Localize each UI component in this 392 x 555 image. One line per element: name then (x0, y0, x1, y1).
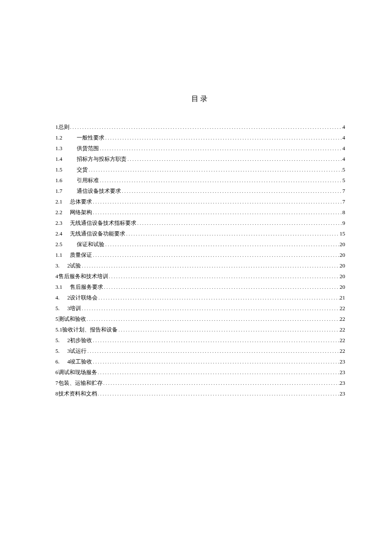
toc-page-number: 4 (343, 156, 346, 162)
toc-text: 质量保证 (70, 252, 92, 258)
toc-number: 2.4 (55, 231, 62, 236)
toc-number: 1总则 (55, 124, 69, 130)
toc-leader-dots (92, 338, 340, 343)
toc-leader-dots (108, 274, 340, 279)
toc-leader-dots (81, 264, 340, 268)
toc-number: 5. (55, 348, 60, 354)
toc-number: 1.4 (55, 156, 62, 162)
toc-entry: 1.3供货范围 4 (55, 145, 345, 151)
toc-page-number: 22 (340, 327, 345, 332)
toc-text: 无线通信设备功能要求 (70, 231, 125, 236)
toc-text: 保证和试验 (77, 241, 104, 247)
toc-entry: 4.2设计联络会21 (55, 295, 345, 300)
toc-page-number: 9 (343, 220, 346, 226)
toc-number: 5. (55, 305, 60, 311)
toc-number: 8技术资料和文档 (55, 391, 97, 396)
toc-page-number: 22 (340, 337, 345, 343)
toc-entry: 1.7 通信设备技术要求 7 (55, 188, 345, 194)
toc-page-number: 23 (340, 359, 345, 364)
toc-entry: 1.2一般性要求 4 (55, 135, 345, 140)
toc-text: 4竣工验收 (67, 359, 92, 364)
toc-leader-dots (127, 157, 342, 162)
toc-number: 1.3 (55, 145, 62, 151)
toc-text: 2设计联络会 (67, 295, 98, 300)
toc-entry: 2.4无线通信设备功能要求15 (55, 231, 345, 236)
toc-entry: 1.1质量保证 20 (55, 252, 345, 258)
toc-entry: 5.3培训22 (55, 305, 345, 311)
toc-page-number: 20 (340, 241, 345, 247)
toc-entry: 5.3试运行22 (55, 348, 345, 354)
toc-page-number: 20 (340, 273, 345, 279)
toc-entry: 1总则 4 (55, 124, 345, 130)
toc-entry: 6调试和现场服务 23 (55, 369, 345, 375)
toc-number: 6调试和现场服务 (55, 369, 97, 375)
toc-leader-dots (104, 136, 342, 140)
toc-leader-dots (136, 221, 342, 226)
toc-entry: 5.2初步验收22 (55, 337, 345, 343)
toc-text: 一般性要求 (77, 135, 104, 140)
toc-entry: 3.1售后服务要求 20 (55, 284, 345, 290)
toc-leader-dots (97, 370, 340, 375)
toc-page-number: 23 (340, 380, 345, 386)
toc-number: 4售后服务和技术培训 (55, 273, 108, 279)
toc-page-number: 15 (340, 231, 345, 236)
toc-entry: 1.6引用标准 5 (55, 177, 345, 183)
toc-entry: 2.3无线通信设备技术指标要求 9 (55, 220, 345, 226)
toc-leader-dots (92, 200, 342, 204)
toc-page-number: 22 (340, 348, 345, 354)
toc-text: 引用标准 (77, 177, 99, 183)
toc-text: 售后服务要求 (70, 284, 103, 290)
toc-number: 1.6 (55, 177, 62, 183)
toc-number: 1.7 (55, 188, 62, 194)
toc-text: 无线通信设备技术指标要求 (70, 220, 136, 226)
toc-entry: 5.1验收计划、报告和设备22 (55, 327, 345, 332)
toc-text: 3试运行 (67, 348, 87, 354)
toc-page-number: 5 (343, 167, 346, 172)
toc-text: 2试验 (67, 263, 81, 268)
toc-page-number: 4 (343, 145, 346, 151)
toc-text: 供货范围 (77, 145, 99, 151)
toc-number: 5.1验收计划、报告和设备 (55, 327, 118, 332)
toc-leader-dots (99, 178, 342, 183)
toc-text: 交货 (77, 167, 88, 172)
toc-text: 通信设备技术要求 (77, 188, 121, 194)
toc-page-number: 7 (343, 199, 346, 204)
toc-text: 总体要求 (70, 199, 92, 204)
toc-number: 3. (55, 263, 60, 268)
toc-page-number: 4 (343, 135, 346, 140)
toc-number: 2.2 (55, 209, 62, 215)
toc-page-number: 20 (340, 252, 345, 258)
toc-leader-dots (88, 168, 342, 172)
toc-number: 6. (55, 359, 60, 364)
toc-leader-dots (92, 360, 340, 364)
toc-number: 7包装、运输和贮存 (55, 380, 103, 386)
toc-title: 目录 (55, 94, 345, 104)
toc-leader-dots (103, 285, 340, 290)
toc-leader-dots (86, 317, 340, 322)
toc-number: 1.1 (55, 252, 62, 258)
toc-leader-dots (98, 296, 340, 300)
toc-text: 招标方与投标方职责 (77, 156, 127, 162)
toc-page-number: 20 (340, 263, 345, 268)
toc-entry: 2.2网络架构 8 (55, 209, 345, 215)
toc-entry: 3.2试验20 (55, 263, 345, 268)
toc-page-number: 4 (343, 124, 346, 130)
toc-leader-dots (92, 210, 342, 215)
toc-page-number: 22 (340, 305, 345, 311)
toc-leader-dots (99, 146, 342, 151)
toc-entry: 4售后服务和技术培训 20 (55, 273, 345, 279)
toc-entry: 7包装、运输和贮存 23 (55, 380, 345, 386)
toc-leader-dots (86, 349, 340, 354)
toc-entry: 1.5交货 5 (55, 167, 345, 172)
toc-number: 2.5 (55, 241, 62, 247)
toc-number: 1.5 (55, 167, 62, 172)
toc-text: 网络架构 (70, 209, 92, 215)
toc-text: 3培训 (67, 305, 81, 311)
toc-leader-dots (92, 253, 340, 258)
toc-leader-dots (118, 328, 340, 332)
toc-leader-dots (69, 125, 343, 130)
toc-number: 5测试和验收 (55, 316, 86, 322)
toc-leader-dots (103, 381, 340, 386)
toc-leader-dots (121, 189, 342, 194)
toc-number: 5. (55, 337, 60, 343)
